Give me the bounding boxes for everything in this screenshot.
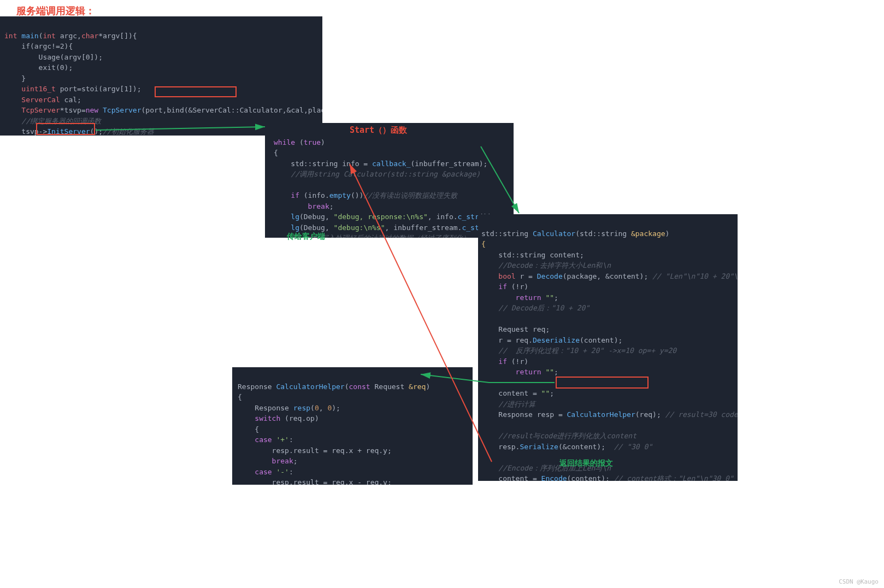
label-return-client: 传给客户端 — [287, 232, 325, 242]
code-block-calculator: std::string Calculator(std::string &pack… — [478, 214, 738, 481]
watermark: CSDN @Kaugo — [839, 578, 879, 585]
code-block-start: while (true) { std::string info = callba… — [265, 123, 514, 238]
page-title: 服务端调用逻辑： — [16, 4, 95, 17]
code-block-main: int main(int argc,char*argv[]){ if(argc!… — [0, 16, 322, 136]
code-block-helper: Response CalculatorHelper(const Request … — [232, 367, 473, 485]
label-start-fn: Start（）函数 — [350, 125, 407, 136]
label-result-msg: 返回结果的报文 — [559, 458, 613, 468]
